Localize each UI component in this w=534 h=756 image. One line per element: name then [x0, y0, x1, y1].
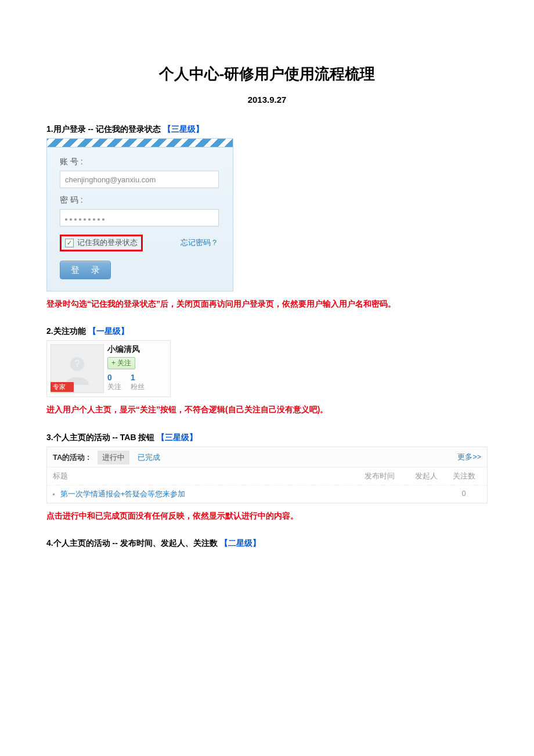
- fans-stat[interactable]: 1 粉丝: [131, 373, 145, 392]
- col-time-header: 发布时间: [353, 471, 406, 481]
- login-panel: 账 号 : chenjinghong@yanxiu.com 密 码 : ✓ 记住…: [46, 138, 233, 291]
- avatar-wrap: ? 专家: [50, 344, 103, 393]
- activity-row-follow: 0: [446, 489, 481, 499]
- section3-prefix: 3.个人主页的活动 -- TAB 按钮: [46, 433, 154, 442]
- fans-label: 粉丝: [131, 382, 145, 392]
- login-decor-bar: [47, 139, 233, 147]
- activity-row-title[interactable]: 第一次学情通报会+答疑会等您来参加: [53, 489, 353, 499]
- password-label: 密 码 :: [60, 195, 220, 206]
- account-label: 账 号 :: [60, 157, 220, 167]
- forgot-password-link[interactable]: 忘记密码 ?: [181, 238, 220, 248]
- section2-heading: 2.关注功能 【一星级】: [46, 326, 488, 337]
- col-owner-header: 发起人: [406, 471, 446, 481]
- activity-tab-row: TA的活动 : 进行中 已完成 更多>>: [47, 447, 487, 467]
- section1-note: 登录时勾选“记住我的登录状态”后，关闭页面再访问用户登录页，依然要用户输入用户名…: [46, 297, 488, 310]
- remember-text: 记住我的登录状态: [77, 238, 138, 248]
- tab-completed[interactable]: 已完成: [138, 452, 160, 463]
- section3-note: 点击进行中和已完成页面没有任何反映，依然显示默认进行中的内容。: [46, 509, 488, 522]
- section1-level: 【三星级】: [163, 124, 204, 134]
- section1-prefix: 1.用户登录 -- 记住我的登录状态: [46, 124, 161, 134]
- doc-title: 个人中心-研修用户使用流程梳理: [46, 64, 488, 84]
- bullet-icon: [53, 494, 55, 495]
- activity-title: TA的活动 :: [53, 452, 89, 463]
- section4-heading: 4.个人主页的活动 -- 发布时间、发起人、关注数 【二星级】: [46, 538, 488, 549]
- expert-badge: 专家: [50, 382, 74, 392]
- col-title-header: 标题: [53, 471, 353, 481]
- profile-name: 小编清风: [107, 344, 167, 355]
- activity-row-owner: [406, 489, 446, 499]
- tab-in-progress[interactable]: 进行中: [98, 451, 129, 465]
- section4-prefix: 4.个人主页的活动 -- 发布时间、发起人、关注数: [46, 538, 218, 548]
- section1-heading: 1.用户登录 -- 记住我的登录状态 【三星级】: [46, 124, 488, 135]
- section3-heading: 3.个人主页的活动 -- TAB 按钮 【三星级】: [46, 433, 488, 443]
- login-button[interactable]: 登 录: [60, 261, 111, 279]
- fans-count: 1: [131, 373, 145, 382]
- account-input[interactable]: chenjinghong@yanxiu.com: [60, 171, 219, 188]
- section4-level: 【二星级】: [220, 538, 261, 548]
- activity-row: 第一次学情通报会+答疑会等您来参加 0: [47, 485, 487, 503]
- remember-checkbox[interactable]: ✓: [65, 239, 74, 247]
- activity-row-title-text: 第一次学情通报会+答疑会等您来参加: [60, 489, 186, 498]
- activity-row-time: [353, 489, 406, 499]
- follow-stat[interactable]: 0 关注: [107, 373, 121, 392]
- section2-note: 进入用户个人主页，显示“关注”按钮，不符合逻辑(自己关注自己没有意义吧)。: [46, 403, 488, 416]
- col-follow-header: 关注数: [446, 471, 481, 481]
- activity-block: TA的活动 : 进行中 已完成 更多>> 标题 发布时间 发起人 关注数 第一次…: [46, 447, 488, 503]
- avatar-icon: ?: [60, 351, 95, 386]
- svg-text:?: ?: [75, 359, 80, 369]
- profile-card: ? 专家 小编清风 + 关注 0 关注 1 粉丝: [46, 340, 171, 397]
- section2-prefix: 2.关注功能: [46, 326, 86, 336]
- doc-date: 2013.9.27: [46, 95, 488, 105]
- section3-level: 【三星级】: [157, 433, 197, 442]
- follow-button[interactable]: + 关注: [107, 357, 135, 369]
- remember-highlight: ✓ 记住我的登录状态: [60, 235, 143, 251]
- activity-more-link[interactable]: 更多>>: [457, 452, 481, 462]
- password-input[interactable]: [60, 209, 219, 226]
- section2-level: 【一星级】: [88, 326, 129, 336]
- follow-count: 0: [107, 373, 121, 382]
- follow-label: 关注: [107, 382, 121, 392]
- activity-header-row: 标题 发布时间 发起人 关注数: [47, 467, 487, 485]
